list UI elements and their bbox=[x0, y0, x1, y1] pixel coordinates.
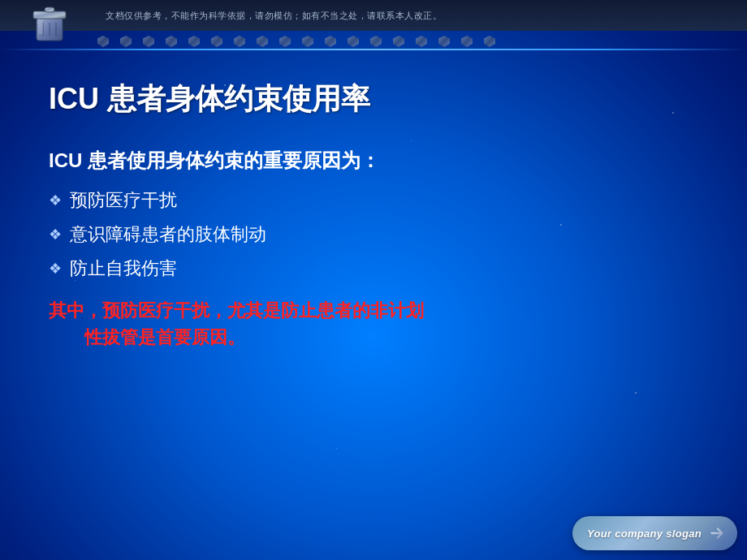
highlight-line2: 性拔管是首要原因。 bbox=[49, 327, 245, 347]
shield-dot bbox=[143, 36, 154, 47]
shield-dot bbox=[461, 36, 473, 47]
svg-rect-2 bbox=[45, 7, 54, 12]
shield-dot bbox=[484, 36, 495, 47]
shield-dot bbox=[279, 36, 291, 47]
shield-dot bbox=[370, 36, 382, 47]
shield-dot bbox=[234, 36, 245, 47]
bullet-list: 预防医疗干扰 意识障碍患者的肢体制动 防止自我伤害 bbox=[49, 188, 698, 281]
shield-dot bbox=[188, 36, 200, 47]
dots-row bbox=[81, 34, 747, 49]
divider-line bbox=[0, 49, 747, 50]
shield-dot bbox=[120, 36, 132, 47]
shield-dot bbox=[257, 36, 268, 47]
shield-dot bbox=[97, 36, 109, 47]
disclaimer-text: 文档仅供参考，不能作为科学依据，请勿模仿；如有不当之处，请联系本人改正。 bbox=[106, 10, 442, 22]
main-title: ICU 患者身体约束使用率 bbox=[49, 80, 698, 119]
shield-dot bbox=[348, 36, 359, 47]
shield-dot bbox=[416, 36, 427, 47]
list-item: 防止自我伤害 bbox=[49, 256, 698, 281]
shield-dot bbox=[211, 36, 222, 47]
shield-dot bbox=[325, 36, 336, 47]
slogan-arrow-icon bbox=[708, 524, 726, 542]
highlight-block: 其中，预防医疗干扰，尤其是防止患者的非计划 性拔管是首要原因。 bbox=[49, 297, 698, 351]
logo-area bbox=[0, 0, 97, 45]
top-bar: 文档仅供参考，不能作为科学依据，请勿模仿；如有不当之处，请联系本人改正。 bbox=[0, 0, 747, 31]
logo-icon bbox=[27, 0, 71, 45]
slogan-text: Your company slogan bbox=[587, 528, 702, 540]
svg-rect-6 bbox=[38, 19, 43, 34]
shield-dot bbox=[438, 36, 450, 47]
shield-dot bbox=[393, 36, 404, 47]
subtitle: ICU 患者使用身体约束的重要原因为： bbox=[49, 148, 698, 174]
shield-dot bbox=[166, 36, 177, 47]
main-content: ICU 患者身体约束使用率 ICU 患者使用身体约束的重要原因为： 预防医疗干扰… bbox=[0, 55, 747, 560]
highlight-line1: 其中，预防医疗干扰，尤其是防止患者的非计划 bbox=[49, 300, 424, 321]
list-item: 意识障碍患者的肢体制动 bbox=[49, 222, 698, 247]
shield-dot bbox=[302, 36, 313, 47]
slogan-bar: Your company slogan bbox=[572, 516, 737, 550]
list-item: 预防医疗干扰 bbox=[49, 188, 698, 213]
